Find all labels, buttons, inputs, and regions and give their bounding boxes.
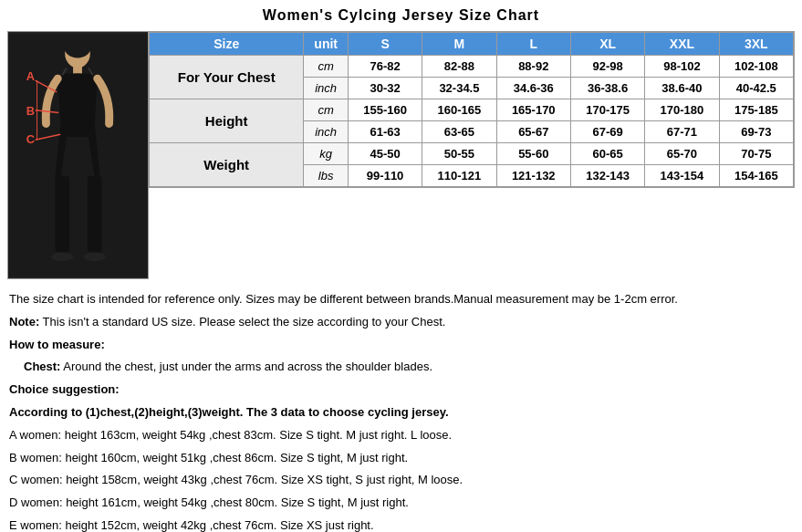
data-cell: 92-98 — [570, 56, 644, 78]
page-title: Women's Cylcing Jersey Size Chart — [7, 7, 795, 24]
data-cell: 32-34.5 — [422, 78, 496, 99]
data-cell: 34.6-36 — [496, 78, 570, 99]
data-cell: 30-32 — [348, 78, 422, 99]
data-cell: 63-65 — [422, 121, 496, 143]
data-cell: 40-42.5 — [719, 78, 793, 99]
data-cell: 38.6-40 — [645, 78, 719, 99]
example-item: A women: height 163cm, weight 54kg ,ches… — [9, 426, 793, 445]
data-cell: 121-132 — [496, 165, 570, 187]
examples-container: A women: height 163cm, weight 54kg ,ches… — [9, 426, 793, 532]
data-cell: 88-92 — [496, 56, 570, 78]
header-xl: XL — [570, 33, 644, 56]
image-section: A B C — [7, 31, 149, 279]
header-l: L — [496, 33, 570, 56]
chest-text: Around the chest, just under the arms an… — [63, 360, 432, 373]
svg-point-9 — [84, 253, 106, 262]
svg-text:A: A — [26, 69, 35, 83]
unit-cell: cm — [304, 99, 349, 121]
data-cell: 69-73 — [719, 121, 793, 143]
data-cell: 160-165 — [422, 99, 496, 121]
data-cell: 36-38.6 — [570, 78, 644, 99]
table-section: Size unit S M L XL XXL 3XL For Your Ches… — [149, 31, 795, 188]
chest-measure: Chest: Around the chest, just under the … — [24, 358, 793, 377]
svg-point-8 — [51, 253, 73, 262]
data-cell: 61-63 — [348, 121, 422, 143]
svg-point-2 — [64, 37, 91, 58]
data-cell: 55-60 — [496, 143, 570, 165]
note-line: Note: This isn't a standard US size. Ple… — [9, 313, 793, 332]
data-cell: 143-154 — [645, 165, 719, 187]
data-cell: 60-65 — [570, 143, 644, 165]
svg-rect-6 — [55, 176, 69, 253]
svg-text:C: C — [26, 132, 35, 146]
notes-section: The size chart is intended for reference… — [7, 287, 795, 532]
row-label-cell: Height — [150, 99, 304, 143]
data-cell: 154-165 — [719, 165, 793, 187]
data-cell: 65-67 — [496, 121, 570, 143]
header-xxl: XXL — [645, 33, 719, 56]
example-item: E women: height 152cm, weight 42kg ,ches… — [9, 516, 793, 532]
header-unit: unit — [304, 33, 349, 56]
header-3xl: 3XL — [719, 33, 793, 56]
data-cell: 70-75 — [719, 143, 793, 165]
data-cell: 170-175 — [570, 99, 644, 121]
main-container: Women's Cylcing Jersey Size Chart — [0, 0, 802, 532]
data-cell: 170-180 — [645, 99, 719, 121]
unit-cell: inch — [304, 78, 349, 99]
data-cell: 50-55 — [422, 143, 496, 165]
table-header-row: Size unit S M L XL XXL 3XL — [150, 33, 794, 56]
data-cell: 67-71 — [645, 121, 719, 143]
disclaimer-text: The size chart is intended for reference… — [9, 290, 793, 309]
note-text: This isn't a standard US size. Please se… — [43, 315, 446, 329]
unit-cell: cm — [304, 56, 349, 78]
unit-cell: inch — [304, 121, 349, 143]
example-item: C women: height 158cm, weight 43kg ,ches… — [9, 471, 793, 490]
size-table: Size unit S M L XL XXL 3XL For Your Ches… — [149, 32, 794, 187]
data-cell: 45-50 — [348, 143, 422, 165]
svg-rect-7 — [88, 176, 102, 253]
svg-text:B: B — [26, 104, 35, 118]
data-cell: 102-108 — [719, 56, 793, 78]
data-cell: 155-160 — [348, 99, 422, 121]
choice-suggestion-label: Choice suggestion: — [9, 381, 793, 400]
header-m: M — [422, 33, 496, 56]
unit-cell: kg — [304, 143, 349, 165]
example-item: B women: height 160cm, weight 51kg ,ches… — [9, 449, 793, 468]
data-cell: 67-69 — [570, 121, 644, 143]
content-row: A B C Size unit S M — [7, 31, 795, 279]
unit-cell: lbs — [304, 165, 349, 187]
woman-figure-svg: A B C — [8, 32, 148, 278]
data-cell: 65-70 — [645, 143, 719, 165]
suggestion-bold-text: According to (1)chest,(2)height,(3)weigh… — [9, 403, 793, 422]
row-label-cell: For Your Chest — [150, 56, 304, 99]
row-label-cell: Weight — [150, 143, 304, 187]
note-label: Note: — [9, 315, 39, 329]
example-item: D women: height 161cm, weight 54kg ,ches… — [9, 494, 793, 513]
data-cell: 76-82 — [348, 56, 422, 78]
data-cell: 110-121 — [422, 165, 496, 187]
data-cell: 165-170 — [496, 99, 570, 121]
header-s: S — [348, 33, 422, 56]
data-cell: 132-143 — [570, 165, 644, 187]
header-size: Size — [150, 33, 304, 56]
data-cell: 82-88 — [422, 56, 496, 78]
data-cell: 99-110 — [348, 165, 422, 187]
data-cell: 98-102 — [645, 56, 719, 78]
how-to-measure-label: How to measure: — [9, 336, 793, 355]
chest-label: Chest: — [24, 360, 60, 373]
data-cell: 175-185 — [719, 99, 793, 121]
